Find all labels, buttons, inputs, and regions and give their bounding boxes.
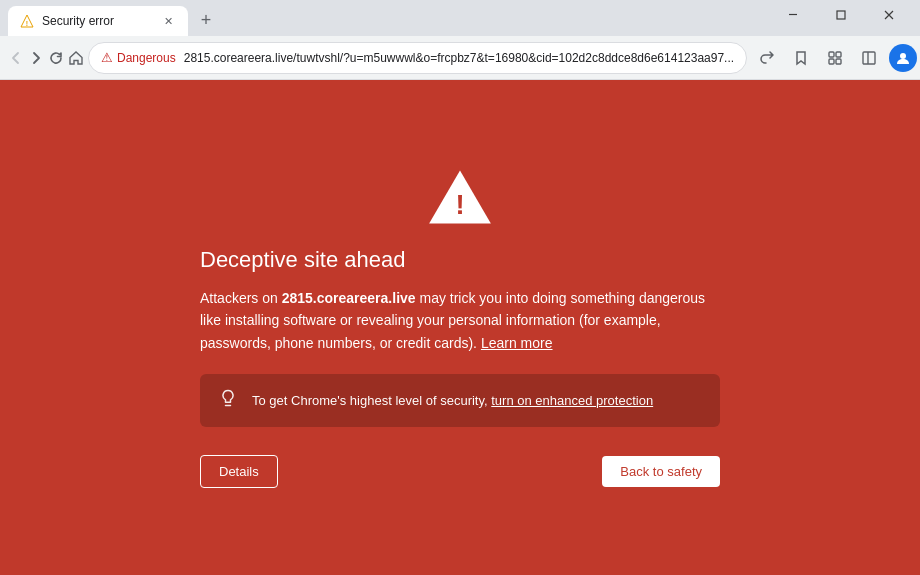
profile-button[interactable] [889, 44, 917, 72]
window-controls [770, 0, 912, 36]
learn-more-link[interactable]: Learn more [481, 335, 553, 351]
title-bar: ! Security error ✕ + [0, 0, 920, 36]
share-button[interactable] [751, 42, 783, 74]
warning-icon: ⚠ [101, 50, 113, 65]
home-button[interactable] [68, 41, 84, 75]
tab-title: Security error [42, 14, 152, 28]
new-tab-button[interactable]: + [192, 6, 220, 34]
extensions-button[interactable] [819, 42, 851, 74]
dangerous-label: Dangerous [117, 51, 176, 65]
page-content: ! Deceptive site ahead Attackers on 2815… [0, 80, 920, 575]
browser-tab[interactable]: ! Security error ✕ [8, 6, 188, 36]
protection-prefix: To get Chrome's highest level of securit… [252, 393, 491, 408]
protection-box: To get Chrome's highest level of securit… [200, 374, 720, 427]
svg-rect-3 [829, 52, 834, 57]
tab-area: ! Security error ✕ + [8, 0, 770, 36]
sidebar-button[interactable] [853, 42, 885, 74]
warning-container: ! Deceptive site ahead Attackers on 2815… [180, 147, 740, 508]
forward-button[interactable] [28, 41, 44, 75]
svg-rect-2 [837, 11, 845, 19]
toolbar-actions: ⋮ [751, 42, 920, 74]
action-buttons: Details Back to safety [200, 455, 720, 488]
warning-domain: 2815.coreareera.live [282, 290, 416, 306]
tab-favicon: ! [20, 14, 34, 28]
svg-rect-6 [836, 59, 841, 64]
dangerous-badge: ⚠ Dangerous [101, 50, 176, 65]
window-close-button[interactable] [866, 0, 912, 30]
svg-rect-5 [829, 59, 834, 64]
url-display: 2815.coreareera.live/tuwtvshl/?u=m5uwwwl… [184, 51, 734, 65]
bookmark-button[interactable] [785, 42, 817, 74]
reload-button[interactable] [48, 41, 64, 75]
protection-text: To get Chrome's highest level of securit… [252, 391, 653, 411]
svg-text:!: ! [455, 189, 464, 220]
body-prefix: Attackers on [200, 290, 282, 306]
warning-body: Attackers on 2815.coreareera.live may tr… [200, 287, 720, 354]
svg-rect-7 [863, 52, 875, 64]
browser-frame: ! Security error ✕ + [0, 0, 920, 575]
danger-triangle-icon: ! [425, 167, 495, 227]
bulb-icon [218, 388, 238, 413]
window-minimize-button[interactable] [770, 0, 816, 30]
back-button[interactable] [8, 41, 24, 75]
address-bar[interactable]: ⚠ Dangerous 2815.coreareera.live/tuwtvsh… [88, 42, 747, 74]
svg-text:!: ! [26, 20, 28, 27]
warning-heading: Deceptive site ahead [200, 247, 720, 273]
svg-point-8 [900, 53, 906, 59]
warning-icon-wrap: ! [200, 167, 720, 227]
details-button[interactable]: Details [200, 455, 278, 488]
tab-close-button[interactable]: ✕ [160, 13, 176, 29]
window-maximize-button[interactable] [818, 0, 864, 30]
back-to-safety-button[interactable]: Back to safety [602, 456, 720, 487]
toolbar: ⚠ Dangerous 2815.coreareera.live/tuwtvsh… [0, 36, 920, 80]
svg-rect-4 [836, 52, 841, 57]
enhanced-protection-link[interactable]: turn on enhanced protection [491, 393, 653, 408]
